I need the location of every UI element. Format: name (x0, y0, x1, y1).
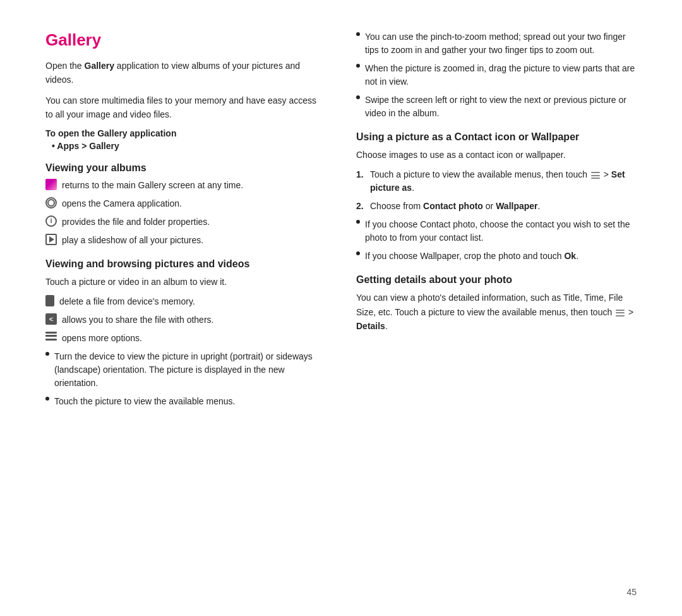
viewing-browsing-intro: Touch a picture or video in an album to … (45, 275, 326, 289)
two-col-layout: Gallery Open the Gallery application to … (45, 30, 637, 413)
list-item-text: You can use the pinch-to-zoom method; sp… (365, 30, 637, 57)
list-item: You can use the pinch-to-zoom method; sp… (356, 30, 637, 57)
left-column: Gallery Open the Gallery application to … (45, 30, 326, 413)
intro-gallery-bold: Gallery (85, 61, 114, 71)
inline-menu-icon (591, 172, 600, 179)
info-icon: i (45, 215, 57, 227)
list-item-text: When the picture is zoomed in, drag the … (365, 62, 637, 88)
list-item-text: opens more options. (62, 332, 142, 345)
step2-text: Choose from Contact photo or Wallpaper. (370, 200, 540, 213)
list-item: returns to the main Gallery screen at an… (45, 179, 326, 192)
intro-para1: Open the Gallery application to view alb… (45, 59, 326, 87)
gallery-icon (45, 179, 57, 190)
viewing-albums-title: Viewing your albums (45, 162, 326, 174)
delete-icon (45, 295, 54, 306)
share-icon: < (45, 313, 57, 325)
contact-photo-bold: Contact photo (423, 201, 483, 211)
viewing-browsing-title: Viewing and browsing pictures and videos (45, 258, 326, 270)
list-item: play a slideshow of all your pictures. (45, 234, 326, 247)
list-item-text: delete a file from device's memory. (59, 295, 195, 308)
list-item: 1. Touch a picture to view the available… (356, 168, 637, 195)
page-container: Gallery Open the Gallery application to … (0, 0, 682, 616)
play-icon (45, 234, 57, 245)
viewing-albums-list: returns to the main Gallery screen at an… (45, 179, 326, 247)
list-item: i provides the file and folder propertie… (45, 215, 326, 229)
intro-para2: You can store multimedia files to your m… (45, 94, 326, 122)
list-item-text: allows you to share the file with others… (62, 313, 213, 327)
list-item-text: provides the file and folder properties. (62, 215, 210, 229)
inline-menu-icon-2 (616, 310, 625, 317)
step1-text: Touch a picture to view the available me… (370, 168, 637, 195)
page-number: 45 (626, 587, 637, 597)
getting-details-title: Getting details about your photo (356, 274, 637, 286)
list-item: Turn the device to view the picture in u… (45, 350, 326, 390)
using-picture-steps: 1. Touch a picture to view the available… (356, 168, 637, 213)
using-picture-bullets: If you choose Contact photo, choose the … (356, 218, 637, 263)
list-item: When the picture is zoomed in, drag the … (356, 62, 637, 88)
menu-icon (45, 332, 57, 341)
getting-details-text: You can view a photo's detailed informat… (356, 293, 623, 317)
wallpaper-bold: Wallpaper (496, 201, 537, 211)
list-item: If you choose Contact photo, choose the … (356, 218, 637, 245)
list-item: If you choose Wallpaper, crop the photo … (356, 250, 637, 263)
list-item-text: Touch the picture to view the available … (54, 395, 235, 408)
apps-path: • Apps > Gallery (52, 141, 326, 151)
ok-bold: Ok (564, 251, 576, 261)
list-item-text: returns to the main Gallery screen at an… (62, 179, 243, 192)
right-column: You can use the pinch-to-zoom method; sp… (356, 30, 637, 413)
list-item-text: If you choose Wallpaper, crop the photo … (365, 250, 578, 263)
right-bullets-top: You can use the pinch-to-zoom method; sp… (356, 30, 637, 120)
list-item: delete a file from device's memory. (45, 295, 326, 308)
list-item-text: play a slideshow of all your pictures. (62, 234, 203, 247)
using-picture-title: Using a picture as a Contact icon or Wal… (356, 131, 637, 143)
camera-icon (45, 197, 57, 208)
list-item-text: Swipe the screen left or right to view t… (365, 94, 637, 120)
using-picture-intro: Choose images to use as a contact icon o… (356, 148, 637, 162)
list-item-text: If you choose Contact photo, choose the … (365, 218, 637, 245)
list-item-text: opens the Camera application. (62, 197, 182, 210)
apps-path-text: Apps > Gallery (57, 141, 119, 151)
viewing-browsing-list: delete a file from device's memory. < al… (45, 295, 326, 408)
list-item: < allows you to share the file with othe… (45, 313, 326, 327)
list-item: opens more options. (45, 332, 326, 345)
list-item: Touch the picture to view the available … (45, 395, 326, 408)
list-item: Swipe the screen left or right to view t… (356, 94, 637, 120)
list-item: 2. Choose from Contact photo or Wallpape… (356, 200, 637, 213)
set-picture-bold: Set picture as (370, 169, 625, 193)
details-bold: Details (356, 321, 385, 331)
getting-details-para: You can view a photo's detailed informat… (356, 291, 637, 333)
to-open-header: To open the Gallery application (45, 128, 326, 138)
list-item-text: Turn the device to view the picture in u… (54, 350, 326, 390)
list-item: opens the Camera application. (45, 197, 326, 210)
page-title: Gallery (45, 30, 326, 50)
